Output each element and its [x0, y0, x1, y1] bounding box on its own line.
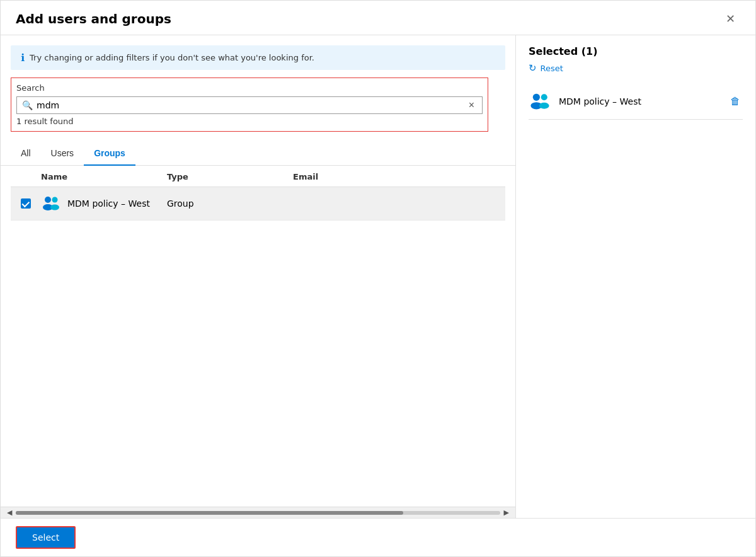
- delete-selected-button[interactable]: 🗑: [728, 93, 743, 110]
- group-icon: [41, 193, 61, 214]
- row-type: Group: [167, 198, 293, 209]
- selected-item-name: MDM policy – West: [559, 96, 720, 106]
- col-type: Type: [167, 172, 293, 181]
- info-banner: ℹ Try changing or adding filters if you …: [11, 45, 505, 70]
- svg-point-4: [533, 94, 540, 101]
- scroll-thumb: [16, 511, 403, 515]
- search-section: Search 🔍 × 1 result found: [11, 78, 488, 132]
- row-checkbox[interactable]: [11, 198, 41, 209]
- dialog-footer: Select: [1, 518, 755, 556]
- search-icon: 🔍: [22, 100, 33, 110]
- scroll-left-arrow[interactable]: ◀: [6, 508, 13, 517]
- row-name-cell: MDM policy – West: [41, 193, 167, 214]
- add-users-dialog: Add users and groups ✕ ℹ Try changing or…: [0, 0, 756, 557]
- selected-item-icon: [529, 90, 551, 113]
- reset-button[interactable]: ↺ Reset: [529, 62, 743, 74]
- dialog-body: ℹ Try changing or adding filters if you …: [1, 35, 755, 518]
- reset-icon: ↺: [529, 62, 537, 74]
- tab-all[interactable]: All: [11, 142, 41, 166]
- result-count: 1 result found: [16, 117, 483, 126]
- tab-users[interactable]: Users: [41, 142, 84, 166]
- tab-groups[interactable]: Groups: [84, 142, 135, 166]
- dialog-header: Add users and groups ✕: [1, 1, 755, 35]
- col-name: Name: [41, 172, 167, 181]
- search-label: Search: [16, 83, 483, 93]
- table-area: Name Type Email: [1, 166, 515, 507]
- selected-item: MDM policy – West 🗑: [529, 84, 743, 120]
- svg-point-2: [52, 197, 58, 203]
- select-button[interactable]: Select: [16, 526, 76, 549]
- tabs: All Users Groups: [1, 142, 515, 166]
- svg-point-6: [541, 94, 547, 100]
- search-input[interactable]: [37, 100, 466, 110]
- table-row[interactable]: MDM policy – West Group: [11, 187, 505, 221]
- svg-point-7: [539, 103, 549, 109]
- info-banner-text: Try changing or adding filters if you do…: [30, 53, 314, 62]
- svg-point-0: [45, 197, 51, 203]
- clear-search-button[interactable]: ×: [466, 100, 477, 111]
- col-email: Email: [293, 172, 505, 181]
- checked-checkbox: [21, 198, 31, 209]
- search-input-wrapper: 🔍 ×: [16, 96, 483, 114]
- left-panel: ℹ Try changing or adding filters if you …: [1, 35, 516, 518]
- right-panel: Selected (1) ↺ Reset MDM policy – West 🗑: [516, 35, 755, 518]
- svg-point-3: [50, 205, 59, 210]
- selected-header: Selected (1): [529, 45, 743, 57]
- scroll-right-arrow[interactable]: ▶: [503, 508, 510, 517]
- table-header: Name Type Email: [11, 166, 505, 187]
- info-icon: ℹ: [21, 52, 25, 64]
- dialog-title: Add users and groups: [16, 11, 171, 26]
- close-button[interactable]: ✕: [721, 11, 740, 27]
- scrollbar: ◀ ▶: [1, 507, 515, 518]
- scroll-track: [16, 511, 500, 515]
- row-name: MDM policy – West: [67, 198, 150, 209]
- col-checkbox: [11, 172, 41, 181]
- reset-label: Reset: [541, 64, 563, 73]
